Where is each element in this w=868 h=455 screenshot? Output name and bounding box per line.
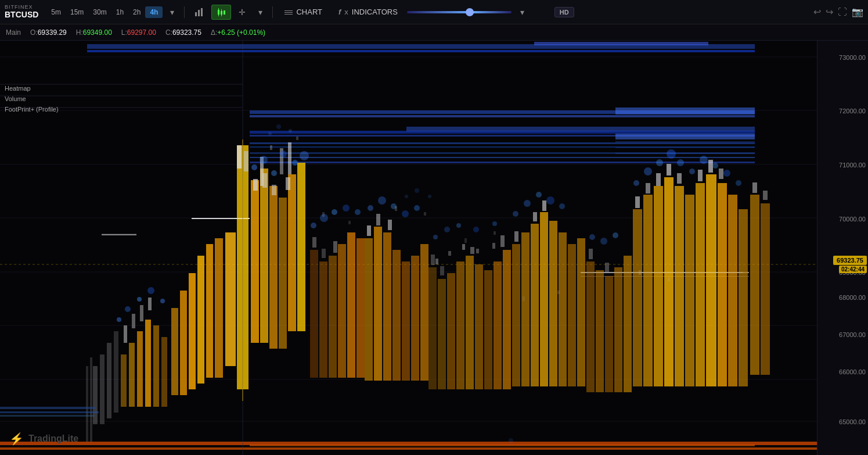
- svg-rect-186: [646, 183, 650, 194]
- svg-point-161: [536, 192, 542, 198]
- svg-point-195: [656, 159, 663, 166]
- timeframe-15m[interactable]: 15m: [66, 6, 88, 18]
- svg-rect-51: [137, 331, 143, 407]
- svg-rect-152: [549, 221, 557, 386]
- redo-btn[interactable]: ↪: [826, 6, 833, 17]
- svg-rect-210: [348, 221, 351, 224]
- ohlc-infobar: Main O:69339.29 H:69349.00 L:69297.00 C:…: [0, 24, 868, 41]
- svg-rect-99: [338, 244, 346, 378]
- indicator-labels: HeatmapVolumeFootPrint+ (Profile): [0, 81, 93, 116]
- price-label-66000.00: 66000.00: [839, 368, 866, 375]
- svg-rect-150: [531, 224, 539, 386]
- svg-rect-218: [668, 278, 670, 281]
- svg-rect-56: [132, 314, 135, 328]
- svg-rect-221: [581, 272, 743, 273]
- svg-point-171: [589, 234, 595, 240]
- watermark: ⚡ TradingLite: [9, 432, 78, 446]
- svg-rect-180: [696, 183, 705, 386]
- svg-rect-75: [237, 145, 242, 169]
- brand: BITFINEX BTCUSD: [5, 5, 38, 19]
- timeframe-1h[interactable]: 1h: [111, 6, 128, 18]
- delta-label: Δ:+6.25 (+0.01%): [211, 28, 265, 37]
- timeframe-5m[interactable]: 5m: [46, 6, 66, 18]
- svg-rect-156: [514, 231, 518, 242]
- svg-rect-118: [376, 214, 380, 225]
- svg-point-120: [368, 205, 373, 211]
- svg-point-63: [160, 299, 165, 303]
- svg-rect-133: [503, 250, 511, 389]
- svg-point-202: [736, 180, 741, 186]
- svg-rect-192: [719, 169, 723, 179]
- svg-rect-178: [675, 186, 684, 386]
- svg-rect-41: [0, 447, 817, 450]
- drawing-expand-btn[interactable]: ▾: [253, 5, 268, 20]
- svg-rect-24: [87, 50, 755, 52]
- expand-timeframe-btn[interactable]: ▾: [165, 5, 179, 20]
- bar-chart-btn[interactable]: [189, 5, 209, 20]
- high-label: H:69349.00: [76, 28, 112, 37]
- separator-2: [272, 6, 273, 18]
- svg-rect-188: [667, 164, 671, 175]
- svg-rect-237: [0, 411, 99, 413]
- svg-rect-27: [250, 115, 755, 117]
- svg-rect-168: [624, 256, 632, 392]
- svg-rect-212: [424, 212, 426, 216]
- svg-rect-71: [215, 238, 223, 378]
- timeframe-30m[interactable]: 30m: [88, 6, 111, 18]
- svg-rect-28: [615, 108, 755, 114]
- svg-rect-191: [708, 160, 713, 173]
- timeframe-2h[interactable]: 2h: [128, 6, 145, 18]
- svg-point-61: [137, 297, 142, 302]
- svg-rect-236: [0, 407, 96, 409]
- svg-rect-134: [431, 255, 435, 265]
- svg-rect-126: [438, 279, 446, 389]
- timeframe-4h[interactable]: 4h: [145, 6, 163, 18]
- svg-rect-179: [685, 195, 694, 386]
- chart-button[interactable]: CHART: [278, 5, 329, 19]
- svg-point-229: [415, 188, 419, 193]
- slider-track[interactable]: [407, 11, 512, 13]
- svg-point-121: [378, 196, 386, 205]
- svg-point-200: [712, 163, 718, 169]
- svg-rect-89: [288, 142, 291, 174]
- svg-rect-164: [586, 261, 595, 392]
- svg-rect-165: [596, 270, 604, 392]
- svg-rect-70: [206, 244, 213, 378]
- svg-point-60: [125, 306, 131, 312]
- svg-rect-69: [197, 256, 204, 384]
- replay-slider[interactable]: ▾: [407, 5, 552, 20]
- camera-btn[interactable]: 📷: [852, 6, 863, 17]
- slider-expand-btn[interactable]: ▾: [515, 5, 530, 20]
- svg-rect-50: [129, 343, 135, 407]
- price-label-70000.00: 70000.00: [839, 216, 866, 223]
- candle-chart-btn[interactable]: [211, 5, 231, 20]
- svg-rect-116: [420, 244, 428, 381]
- svg-point-194: [644, 167, 652, 175]
- svg-rect-138: [435, 259, 438, 264]
- chart-canvas[interactable]: ⚡ TradingLite: [0, 41, 817, 455]
- undo-btn[interactable]: ↩: [813, 6, 821, 17]
- watermark-icon: ⚡: [9, 432, 24, 446]
- svg-rect-211: [395, 206, 397, 211]
- svg-rect-170: [605, 263, 609, 272]
- crosshair-btn[interactable]: ✛: [233, 5, 251, 20]
- indicator-label-2[interactable]: FootPrint+ (Profile): [2, 105, 91, 114]
- svg-point-91: [260, 156, 268, 164]
- svg-point-146: [473, 227, 479, 232]
- svg-rect-32: [615, 134, 755, 139]
- svg-rect-81: [288, 174, 296, 331]
- indicator-label-0[interactable]: Heatmap: [2, 84, 91, 93]
- svg-point-225: [268, 132, 272, 135]
- svg-rect-167: [614, 267, 622, 392]
- fullscreen-btn[interactable]: ⛶: [838, 7, 847, 17]
- svg-rect-238: [0, 415, 94, 417]
- svg-point-173: [613, 232, 618, 238]
- svg-rect-189: [677, 173, 682, 184]
- svg-rect-132: [494, 261, 502, 389]
- svg-rect-57: [140, 305, 143, 321]
- svg-point-95: [300, 151, 309, 160]
- indicator-label-1[interactable]: Volume: [2, 94, 91, 103]
- svg-rect-113: [392, 250, 401, 381]
- slider-thumb[interactable]: [466, 8, 474, 16]
- indicators-button[interactable]: fx INDICATORS: [332, 5, 405, 19]
